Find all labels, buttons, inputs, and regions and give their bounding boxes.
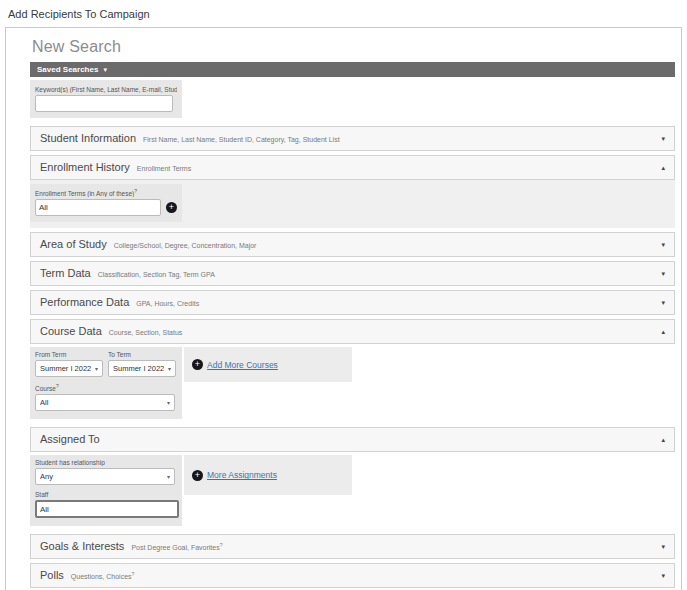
- section-course-data: Course Data Course, Section, Status ▴ Fr…: [30, 319, 675, 423]
- caret-down-icon: ▾: [103, 66, 107, 73]
- to-term-field: To Term Summer I 2022 ▾: [108, 351, 176, 377]
- section-student-information: Student Information First Name, Last Nam…: [30, 126, 675, 151]
- enrollment-terms-label: Enrollment Terms (in Any of these)?: [35, 188, 177, 197]
- keyword-input[interactable]: [35, 95, 173, 112]
- section-term-data: Term Data Classification, Section Tag, T…: [30, 261, 675, 286]
- section-subtitle: College/School, Degree, Concentration, M…: [114, 242, 257, 249]
- relationship-value: Any: [40, 472, 164, 481]
- chevron-down-icon: ▾: [661, 572, 665, 579]
- saved-searches-label: Saved Searches: [37, 65, 98, 74]
- new-search-heading: New Search: [32, 38, 675, 56]
- section-subtitle: Post Degree Goal, Favorites?: [131, 542, 222, 551]
- add-term-icon[interactable]: +: [166, 202, 177, 213]
- section-header-assigned-to[interactable]: Assigned To ▴: [30, 427, 675, 452]
- section-title: Enrollment History: [40, 161, 130, 173]
- add-more-courses-link[interactable]: Add More Courses: [207, 360, 278, 370]
- section-polls: Polls Questions, Choices? ▾: [30, 563, 675, 588]
- staff-label: Staff: [35, 491, 177, 498]
- help-marker-icon: ?: [220, 542, 223, 548]
- select-caret-icon: ▾: [167, 473, 170, 480]
- keyword-label-text: Keyword(s) (First Name, Last Name, E-mai…: [35, 86, 177, 93]
- section-performance-data: Performance Data GPA, Hours, Credits ▾: [30, 290, 675, 315]
- enrollment-terms-label-text: Enrollment Terms (in Any of these): [35, 190, 134, 197]
- section-title: Course Data: [40, 325, 102, 337]
- section-header-performance-data[interactable]: Performance Data GPA, Hours, Credits ▾: [30, 290, 675, 315]
- section-header-enrollment-history[interactable]: Enrollment History Enrollment Terms ▴: [30, 155, 675, 180]
- enrollment-terms-block: Enrollment Terms (in Any of these)? +: [30, 184, 182, 222]
- help-marker-icon: ?: [134, 188, 137, 194]
- chevron-down-icon: ▾: [661, 135, 665, 142]
- section-subtitle: First Name, Last Name, Student ID, Categ…: [143, 136, 340, 143]
- help-marker-icon: ?: [132, 571, 135, 577]
- course-expanded-panel: From Term Summer I 2022 ▾ To Term Summer…: [30, 344, 675, 423]
- more-assignments-link[interactable]: More Assignments: [207, 470, 277, 480]
- section-subtitle: GPA, Hours, Credits: [136, 300, 199, 307]
- section-header-course-data[interactable]: Course Data Course, Section, Status ▴: [30, 319, 675, 344]
- course-terms-block: From Term Summer I 2022 ▾ To Term Summer…: [30, 347, 182, 419]
- section-header-polls[interactable]: Polls Questions, Choices? ▾: [30, 563, 675, 588]
- saved-searches-bar[interactable]: Saved Searches ▾: [30, 62, 675, 77]
- to-term-label: To Term: [108, 351, 176, 358]
- enrollment-expanded-panel: Enrollment Terms (in Any of these)? +: [30, 180, 675, 228]
- from-term-select[interactable]: Summer I 2022 ▾: [35, 360, 103, 377]
- chevron-down-icon: ▾: [661, 543, 665, 550]
- select-caret-icon: ▾: [167, 399, 170, 406]
- assigned-expanded-panel: Student has relationship Any ▾ Staff + M…: [30, 452, 675, 530]
- from-term-field: From Term Summer I 2022 ▾: [35, 351, 103, 377]
- section-title: Student Information: [40, 132, 136, 144]
- section-title: Area of Study: [40, 238, 107, 250]
- keyword-section: Keyword(s) (First Name, Last Name, E-mai…: [30, 80, 182, 118]
- to-term-value: Summer I 2022: [113, 364, 165, 373]
- section-header-area-of-study[interactable]: Area of Study College/School, Degree, Co…: [30, 232, 675, 257]
- section-title: Performance Data: [40, 296, 129, 308]
- add-more-courses-icon[interactable]: +: [192, 359, 203, 370]
- add-more-courses-box: + Add More Courses: [184, 347, 352, 382]
- section-header-student-information[interactable]: Student Information First Name, Last Nam…: [30, 126, 675, 151]
- chevron-up-icon: ▴: [661, 328, 665, 335]
- select-caret-icon: ▾: [168, 365, 171, 372]
- section-subtitle: Enrollment Terms: [137, 165, 191, 172]
- staff-input[interactable]: [35, 500, 179, 518]
- chevron-up-icon: ▴: [661, 436, 665, 443]
- page-title: Add Recipients To Campaign: [8, 8, 687, 20]
- section-subtitle-text: Post Degree Goal, Favorites: [131, 544, 219, 551]
- section-subtitle: Classification, Section Tag, Term GPA: [98, 271, 215, 278]
- chevron-down-icon: ▾: [661, 270, 665, 277]
- course-label: Course?: [35, 383, 177, 392]
- section-area-of-study: Area of Study College/School, Degree, Co…: [30, 232, 675, 257]
- more-assignments-icon[interactable]: +: [192, 470, 203, 481]
- to-term-select[interactable]: Summer I 2022 ▾: [108, 360, 176, 377]
- section-header-term-data[interactable]: Term Data Classification, Section Tag, T…: [30, 261, 675, 286]
- more-assignments-box: + More Assignments: [184, 455, 352, 495]
- course-label-text: Course: [35, 385, 56, 392]
- section-enrollment-history: Enrollment History Enrollment Terms ▴ En…: [30, 155, 675, 228]
- section-title: Polls: [40, 569, 64, 581]
- from-term-label: From Term: [35, 351, 103, 358]
- section-assigned-to: Assigned To ▴ Student has relationship A…: [30, 427, 675, 530]
- help-marker-icon: ?: [56, 383, 59, 389]
- section-subtitle-text: Questions, Choices: [71, 573, 132, 580]
- section-header-goals-interests[interactable]: Goals & Interests Post Degree Goal, Favo…: [30, 534, 675, 559]
- assigned-block: Student has relationship Any ▾ Staff: [30, 455, 182, 526]
- from-term-value: Summer I 2022: [40, 364, 92, 373]
- section-title: Term Data: [40, 267, 91, 279]
- keyword-label: Keyword(s) (First Name, Last Name, E-mai…: [35, 84, 177, 93]
- chevron-up-icon: ▴: [661, 164, 665, 171]
- relationship-select[interactable]: Any ▾: [35, 468, 175, 485]
- section-title: Assigned To: [40, 433, 100, 445]
- section-subtitle: Course, Section, Status: [109, 329, 183, 336]
- section-subtitle: Questions, Choices?: [71, 571, 134, 580]
- relationship-label: Student has relationship: [35, 459, 177, 466]
- search-panel: New Search Saved Searches ▾ Keyword(s) (…: [5, 27, 682, 590]
- section-goals-interests: Goals & Interests Post Degree Goal, Favo…: [30, 534, 675, 559]
- course-select[interactable]: All ▾: [35, 394, 175, 411]
- chevron-down-icon: ▾: [661, 241, 665, 248]
- chevron-down-icon: ▾: [661, 299, 665, 306]
- section-title: Goals & Interests: [40, 540, 124, 552]
- enrollment-terms-input[interactable]: [35, 199, 161, 216]
- select-caret-icon: ▾: [95, 365, 98, 372]
- course-value: All: [40, 398, 164, 407]
